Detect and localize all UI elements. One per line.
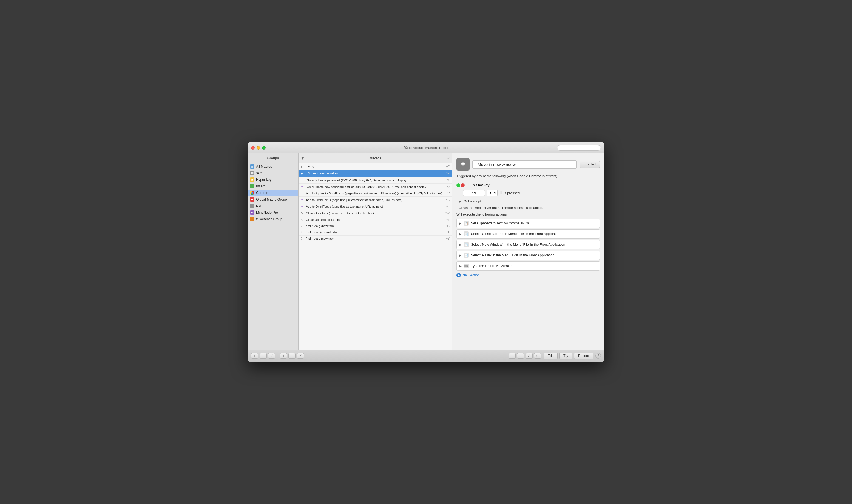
macro-item-find[interactable]: ▶ _Find ^F (298, 163, 452, 170)
action-2-expand[interactable]: ▶ (459, 233, 462, 236)
macro-name-input[interactable] (472, 160, 577, 169)
macro-find-t-icon: ? (301, 231, 305, 234)
action-item-4[interactable]: ▶ 📄 Select 'Paste' in the Menu 'Edit' in… (456, 251, 600, 260)
bottom-toolbar: + − ✓ + − ✓ + − ✓ ○ Edit Try Record ? (248, 349, 604, 362)
toggle-macro-button[interactable]: ✓ (297, 353, 304, 359)
sidebar-label-mindnode-pro: MindNode Pro (256, 211, 278, 215)
record-action-icon-button[interactable]: ○ (534, 353, 541, 359)
hotkey-dropdown[interactable]: ▾ (487, 190, 498, 196)
filter-right-icon[interactable]: ▽ (447, 156, 450, 161)
minimize-button[interactable] (257, 146, 260, 149)
macro-find-g-icon: ? (301, 224, 305, 228)
hotkey-selector: ▾ ⠿ is pressed (463, 190, 600, 196)
action-item-3[interactable]: ▶ 📄 Select 'New Window' in the Menu 'Fil… (456, 240, 600, 249)
sidebar-item-z-switcher[interactable]: z z Switcher Group (248, 216, 298, 222)
hotkey-drag-handle[interactable]: ⠿ (499, 191, 502, 195)
sidebar-item-km[interactable]: / KM (248, 203, 298, 209)
macros-panel: ▼ Macros ▽ ▶ _Find ^F ▶ _Move in new win… (298, 154, 452, 349)
macro-find-g-name: find it via g (new tab) (306, 224, 446, 228)
sidebar-item-hyper-key[interactable]: H Hyper key (248, 176, 298, 183)
macro-gmail-change-name: [Gmail] change password (1920x1200, divv… (306, 179, 447, 182)
record-button[interactable]: Record (574, 353, 593, 359)
macro-add-lucky-name: Add lucky link to OmniFocus (page title … (306, 192, 446, 195)
macro-close-other-icon: ↖ (301, 211, 305, 215)
window-title: ⌘/ Keyboard Maestro Editor (403, 146, 449, 150)
action-3-icon: 📄 (464, 242, 469, 247)
macro-item-find-via-g[interactable]: ? find it via g (new tab) ^G (298, 223, 452, 229)
maximize-button[interactable] (262, 146, 266, 149)
or-via-server: Or via the web server but all remote acc… (458, 206, 600, 210)
action-item-5[interactable]: ▶ ⌨ Type the Return Keystroke (456, 261, 600, 271)
new-action-plus-icon[interactable]: + (456, 273, 461, 277)
hotkey-trigger-row: ⠿ This hot key: (456, 183, 600, 187)
add-group-button[interactable]: + (251, 353, 258, 359)
action-2-label: Select 'Close Tab' in the Menu 'File' in… (471, 232, 560, 236)
macro-item-find-via-t[interactable]: ? find it via t (current tab) ^T (298, 229, 452, 236)
edit-button[interactable]: Edit (544, 353, 558, 359)
macro-find-shortcut: ^F (446, 165, 450, 168)
macro-gmail-change-shortcut: ^1 (447, 179, 450, 182)
macro-item-move-in-new-window[interactable]: ▶ _Move in new window ^N (298, 170, 452, 177)
macro-find-y-name: find it via y (new tab) (306, 237, 446, 240)
sidebar-item-chrome[interactable]: Chrome (248, 190, 298, 196)
remove-action-button[interactable]: − (517, 353, 524, 359)
action-5-label: Type the Return Keystroke (471, 264, 511, 268)
action-item-2[interactable]: ▶ 📄 Select 'Close Tab' in the Menu 'File… (456, 229, 600, 238)
action-4-expand[interactable]: ▶ (459, 254, 462, 257)
add-macro-button[interactable]: + (280, 353, 287, 359)
sidebar-label-all-macros: All Macros (256, 165, 272, 168)
sidebar-item-all-macros[interactable]: ▦ All Macros (248, 163, 298, 170)
mindnode-icon: M (250, 210, 255, 215)
macro-item-gmail-change[interactable]: ✦ [Gmail] change password (1920x1200, di… (298, 177, 452, 183)
macro-close-except-name: Close tabs except 1st one (306, 218, 447, 221)
search-input[interactable] (557, 145, 601, 151)
sidebar-label-km: KM (256, 204, 261, 208)
trigger-remove-dot[interactable] (461, 183, 465, 187)
sidebar-item-insert[interactable]: I Insert (248, 183, 298, 190)
sidebar-item-global-macro-group[interactable]: G Global Macro Group (248, 196, 298, 203)
toggle-group-button[interactable]: ✓ (268, 353, 275, 359)
action-item-1[interactable]: ▶ 📋 Set Clipboard to Text '%ChromeURL%' (456, 219, 600, 228)
enabled-button[interactable]: Enabled (579, 161, 600, 168)
macro-item-add-lucky[interactable]: ✦ Add lucky link to OmniFocus (page titl… (298, 190, 452, 197)
macro-item-find-via-y[interactable]: ? find it via y (new tab) ^Y (298, 236, 452, 242)
will-execute-label: Will execute the following actions: (456, 213, 600, 216)
remove-group-button[interactable]: − (260, 353, 267, 359)
macro-add-omni-selected-shortcut: ^S (446, 198, 450, 202)
action-5-expand[interactable]: ▶ (459, 265, 462, 268)
action-toolbar-section: + − ✓ ○ (508, 353, 542, 359)
try-button[interactable]: Try (559, 353, 572, 359)
macro-item-add-omnifocus-title[interactable]: ✦ Add to OmniFocus (page title as task n… (298, 203, 452, 210)
action-1-expand[interactable]: ▶ (459, 222, 462, 225)
hotkey-input[interactable] (463, 190, 485, 196)
macro-item-close-except-first[interactable]: ↖ Close tabs except 1st one ^1 (298, 216, 452, 223)
action-2-icon: 📄 (464, 232, 469, 236)
action-3-expand[interactable]: ▶ (459, 243, 462, 246)
macro-item-add-omnifocus-selected[interactable]: ✦ Add to OmniFocus (page title | selecte… (298, 197, 452, 203)
trigger-add-dot[interactable] (456, 183, 460, 187)
new-action-row[interactable]: + New Action (456, 273, 600, 277)
toggle-action-button[interactable]: ✓ (525, 353, 533, 359)
sidebar-item-mindnode-pro[interactable]: M MindNode Pro (248, 209, 298, 216)
action-4-label: Select 'Paste' in the Menu 'Edit' in the… (471, 253, 554, 257)
km-icon: / (250, 204, 255, 208)
help-button[interactable]: ? (595, 353, 601, 359)
add-action-button[interactable]: + (508, 353, 516, 359)
filter-icon[interactable]: ▼ (301, 156, 305, 161)
drag-handle[interactable]: ⠿ (466, 183, 469, 187)
macro-item-close-other-tabs[interactable]: ↖ Close other tabs (mouse need to be at … (298, 210, 452, 216)
sidebar-label-z-switcher: z Switcher Group (256, 217, 282, 221)
sidebar-label-chrome: Chrome (256, 191, 268, 195)
macro-move-icon: ▶ (301, 172, 305, 175)
action-5-icon: ⌨ (464, 264, 469, 268)
sidebar-item-cmd-c[interactable]: ⌘ ⌘C (248, 170, 298, 176)
trigger-description: Triggered by any of the following (when … (456, 174, 600, 178)
script-expand-icon[interactable]: ▶ (458, 200, 462, 203)
remove-macro-button[interactable]: − (289, 353, 296, 359)
cmd-c-icon: ⌘ (250, 171, 255, 175)
sidebar-label-insert: Insert (256, 184, 264, 188)
close-button[interactable] (251, 146, 255, 149)
or-by-script-row: ▶ Or by script. (458, 199, 600, 203)
macro-item-gmail-paste[interactable]: ✦ [Gmail] paste new password and log out… (298, 183, 452, 190)
macro-find-t-name: find it via t (current tab) (306, 231, 446, 234)
